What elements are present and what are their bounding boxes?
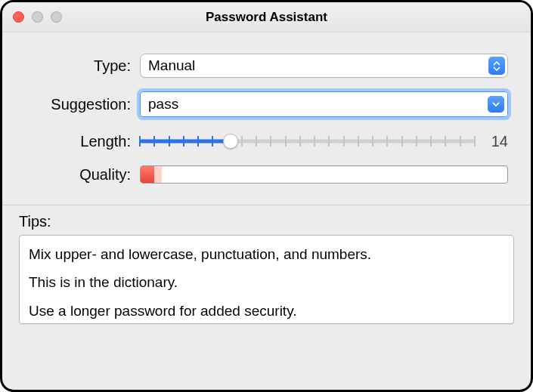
tips-box: Mix upper- and lowercase, punctuation, a…: [19, 235, 514, 324]
chevron-down-icon: [492, 102, 500, 107]
quality-label: Quality:: [25, 166, 140, 184]
tips-line: Use a longer password for added security…: [29, 300, 504, 322]
tips-label: Tips:: [19, 213, 514, 230]
popup-arrows-icon: [488, 57, 505, 75]
suggestion-combobox[interactable]: [140, 91, 508, 117]
suggestion-dropdown-button[interactable]: [488, 96, 504, 113]
tips-line: This is in the dictionary.: [29, 271, 504, 293]
quality-fill-strong: [141, 166, 154, 183]
tips-area: Tips: Mix upper- and lowercase, punctuat…: [2, 205, 531, 324]
type-row: Type: Manual: [25, 54, 508, 78]
type-label: Type:: [25, 57, 140, 75]
titlebar: Password Assistant: [2, 2, 531, 32]
slider-track-fill: [140, 140, 231, 144]
suggestion-label: Suggestion:: [25, 96, 140, 113]
quality-row: Quality:: [25, 165, 508, 184]
quality-meter: [140, 165, 508, 184]
quality-fill-weak: [154, 166, 162, 183]
length-row: Length: 14: [25, 131, 508, 152]
type-selected-value: Manual: [148, 57, 195, 74]
suggestion-row: Suggestion:: [25, 91, 508, 117]
form-area: Type: Manual Suggestion:: [2, 32, 531, 200]
length-slider[interactable]: [140, 131, 475, 152]
window: Password Assistant Type: Manual Suggesti…: [0, 0, 533, 392]
window-title: Password Assistant: [2, 10, 531, 25]
slider-thumb[interactable]: [223, 134, 238, 149]
type-popup[interactable]: Manual: [140, 54, 508, 78]
length-label: Length:: [25, 133, 140, 150]
suggestion-input[interactable]: [141, 92, 507, 116]
length-value: 14: [475, 133, 508, 150]
tips-line: Mix upper- and lowercase, punctuation, a…: [29, 243, 504, 265]
